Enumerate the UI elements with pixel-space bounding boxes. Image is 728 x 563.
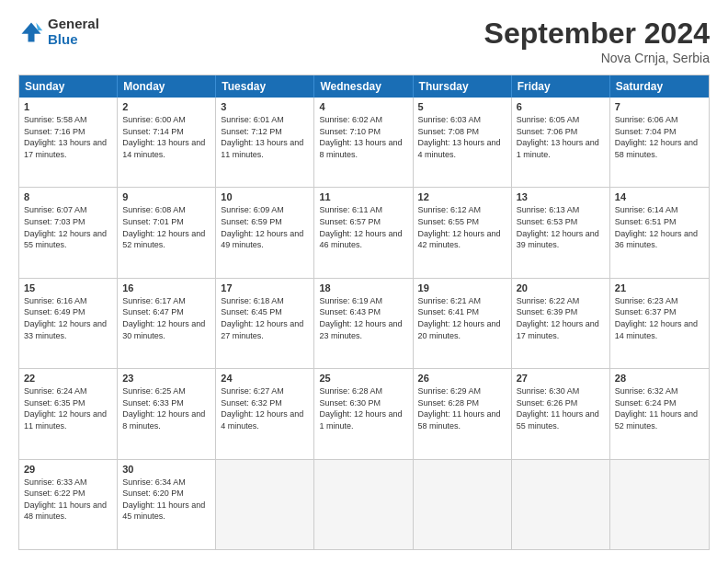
day-number: 2 <box>122 101 210 112</box>
day-number: 5 <box>418 101 506 112</box>
day-number: 14 <box>615 191 704 202</box>
day-info: Sunrise: 6:19 AMSunset: 6:43 PMDaylight:… <box>319 295 407 341</box>
day-number: 11 <box>319 191 407 202</box>
header-saturday: Saturday <box>610 75 709 98</box>
calendar-cell <box>610 460 709 549</box>
day-info: Sunrise: 5:58 AMSunset: 7:16 PMDaylight:… <box>24 114 112 160</box>
day-number: 26 <box>418 373 506 384</box>
day-info: Sunrise: 6:28 AMSunset: 6:30 PMDaylight:… <box>319 385 407 431</box>
day-info: Sunrise: 6:22 AMSunset: 6:39 PMDaylight:… <box>517 295 605 341</box>
day-number: 9 <box>122 191 210 202</box>
calendar-cell: 28Sunrise: 6:32 AMSunset: 6:24 PMDayligh… <box>610 369 709 458</box>
title-month: September 2024 <box>484 17 710 51</box>
title-block: September 2024 Nova Crnja, Serbia <box>484 17 710 65</box>
day-info: Sunrise: 6:30 AMSunset: 6:26 PMDaylight:… <box>517 385 605 431</box>
day-info: Sunrise: 6:21 AMSunset: 6:41 PMDaylight:… <box>418 295 506 341</box>
day-number: 6 <box>517 101 605 112</box>
day-info: Sunrise: 6:16 AMSunset: 6:49 PMDaylight:… <box>24 295 112 341</box>
calendar-cell: 9Sunrise: 6:08 AMSunset: 7:01 PMDaylight… <box>118 188 216 277</box>
day-info: Sunrise: 6:09 AMSunset: 6:59 PMDaylight:… <box>221 204 309 250</box>
day-info: Sunrise: 6:33 AMSunset: 6:22 PMDaylight:… <box>24 477 112 523</box>
day-number: 13 <box>517 191 605 202</box>
calendar-cell: 30Sunrise: 6:34 AMSunset: 6:20 PMDayligh… <box>118 460 216 549</box>
day-number: 8 <box>24 191 112 202</box>
calendar-cell: 10Sunrise: 6:09 AMSunset: 6:59 PMDayligh… <box>216 188 314 277</box>
day-number: 15 <box>24 282 112 293</box>
day-number: 10 <box>221 191 309 202</box>
header-tuesday: Tuesday <box>216 75 314 98</box>
calendar-cell: 12Sunrise: 6:12 AMSunset: 6:55 PMDayligh… <box>414 188 512 277</box>
calendar-cell: 18Sunrise: 6:19 AMSunset: 6:43 PMDayligh… <box>314 279 413 368</box>
page: General Blue September 2024 Nova Crnja, … <box>0 0 728 563</box>
calendar-cell: 7Sunrise: 6:06 AMSunset: 7:04 PMDaylight… <box>610 98 709 187</box>
day-number: 20 <box>517 282 605 293</box>
day-number: 25 <box>319 373 407 384</box>
day-info: Sunrise: 6:24 AMSunset: 6:35 PMDaylight:… <box>24 385 112 431</box>
day-number: 17 <box>221 282 309 293</box>
calendar-cell: 21Sunrise: 6:23 AMSunset: 6:37 PMDayligh… <box>610 279 709 368</box>
day-number: 23 <box>122 373 210 384</box>
day-info: Sunrise: 6:18 AMSunset: 6:45 PMDaylight:… <box>221 295 309 341</box>
day-info: Sunrise: 6:11 AMSunset: 6:57 PMDaylight:… <box>319 204 407 250</box>
calendar-row: 1Sunrise: 5:58 AMSunset: 7:16 PMDaylight… <box>19 98 709 187</box>
calendar-cell: 27Sunrise: 6:30 AMSunset: 6:26 PMDayligh… <box>512 369 610 458</box>
calendar-cell: 13Sunrise: 6:13 AMSunset: 6:53 PMDayligh… <box>512 188 610 277</box>
day-info: Sunrise: 6:08 AMSunset: 7:01 PMDaylight:… <box>122 204 210 250</box>
calendar-header: Sunday Monday Tuesday Wednesday Thursday… <box>19 75 709 98</box>
day-info: Sunrise: 6:13 AMSunset: 6:53 PMDaylight:… <box>517 204 605 250</box>
day-number: 29 <box>24 464 112 475</box>
day-number: 24 <box>221 373 309 384</box>
calendar-row: 22Sunrise: 6:24 AMSunset: 6:35 PMDayligh… <box>19 368 709 458</box>
calendar-cell: 2Sunrise: 6:00 AMSunset: 7:14 PMDaylight… <box>118 98 216 187</box>
day-info: Sunrise: 6:27 AMSunset: 6:32 PMDaylight:… <box>221 385 309 431</box>
day-info: Sunrise: 6:14 AMSunset: 6:51 PMDaylight:… <box>615 204 704 250</box>
calendar-cell: 20Sunrise: 6:22 AMSunset: 6:39 PMDayligh… <box>512 279 610 368</box>
calendar-cell: 22Sunrise: 6:24 AMSunset: 6:35 PMDayligh… <box>19 369 118 458</box>
logo-general-label: General <box>48 17 99 32</box>
day-info: Sunrise: 6:12 AMSunset: 6:55 PMDaylight:… <box>418 204 506 250</box>
calendar-row: 8Sunrise: 6:07 AMSunset: 7:03 PMDaylight… <box>19 187 709 277</box>
calendar-cell: 5Sunrise: 6:03 AMSunset: 7:08 PMDaylight… <box>414 98 512 187</box>
day-number: 27 <box>517 373 605 384</box>
calendar-cell: 6Sunrise: 6:05 AMSunset: 7:06 PMDaylight… <box>512 98 610 187</box>
header: General Blue September 2024 Nova Crnja, … <box>18 17 710 65</box>
day-info: Sunrise: 6:25 AMSunset: 6:33 PMDaylight:… <box>122 385 210 431</box>
logo-text: General Blue <box>48 17 99 47</box>
day-number: 19 <box>418 282 506 293</box>
day-number: 3 <box>221 101 309 112</box>
day-number: 18 <box>319 282 407 293</box>
day-info: Sunrise: 6:01 AMSunset: 7:12 PMDaylight:… <box>221 114 309 160</box>
day-number: 1 <box>24 101 112 112</box>
calendar-cell <box>414 460 512 549</box>
calendar-cell: 4Sunrise: 6:02 AMSunset: 7:10 PMDaylight… <box>314 98 413 187</box>
calendar-cell: 23Sunrise: 6:25 AMSunset: 6:33 PMDayligh… <box>118 369 216 458</box>
day-info: Sunrise: 6:03 AMSunset: 7:08 PMDaylight:… <box>418 114 506 160</box>
day-number: 12 <box>418 191 506 202</box>
header-thursday: Thursday <box>414 75 512 98</box>
day-number: 7 <box>615 101 704 112</box>
calendar-body: 1Sunrise: 5:58 AMSunset: 7:16 PMDaylight… <box>19 98 709 549</box>
logo-blue-label: Blue <box>48 32 99 48</box>
day-info: Sunrise: 6:00 AMSunset: 7:14 PMDaylight:… <box>122 114 210 160</box>
logo: General Blue <box>18 17 99 47</box>
calendar-cell: 11Sunrise: 6:11 AMSunset: 6:57 PMDayligh… <box>314 188 413 277</box>
day-info: Sunrise: 6:06 AMSunset: 7:04 PMDaylight:… <box>615 114 704 160</box>
header-sunday: Sunday <box>19 75 118 98</box>
calendar-cell: 24Sunrise: 6:27 AMSunset: 6:32 PMDayligh… <box>216 369 314 458</box>
calendar-row: 29Sunrise: 6:33 AMSunset: 6:22 PMDayligh… <box>19 459 709 549</box>
day-info: Sunrise: 6:05 AMSunset: 7:06 PMDaylight:… <box>517 114 605 160</box>
calendar: Sunday Monday Tuesday Wednesday Thursday… <box>18 75 710 550</box>
calendar-cell: 19Sunrise: 6:21 AMSunset: 6:41 PMDayligh… <box>414 279 512 368</box>
calendar-row: 15Sunrise: 6:16 AMSunset: 6:49 PMDayligh… <box>19 278 709 368</box>
day-number: 21 <box>615 282 704 293</box>
day-info: Sunrise: 6:07 AMSunset: 7:03 PMDaylight:… <box>24 204 112 250</box>
calendar-cell: 17Sunrise: 6:18 AMSunset: 6:45 PMDayligh… <box>216 279 314 368</box>
calendar-cell: 25Sunrise: 6:28 AMSunset: 6:30 PMDayligh… <box>314 369 413 458</box>
header-wednesday: Wednesday <box>314 75 413 98</box>
logo-icon <box>18 19 44 45</box>
calendar-cell: 16Sunrise: 6:17 AMSunset: 6:47 PMDayligh… <box>118 279 216 368</box>
day-number: 16 <box>122 282 210 293</box>
day-number: 30 <box>122 464 210 475</box>
header-friday: Friday <box>512 75 610 98</box>
day-number: 28 <box>615 373 704 384</box>
